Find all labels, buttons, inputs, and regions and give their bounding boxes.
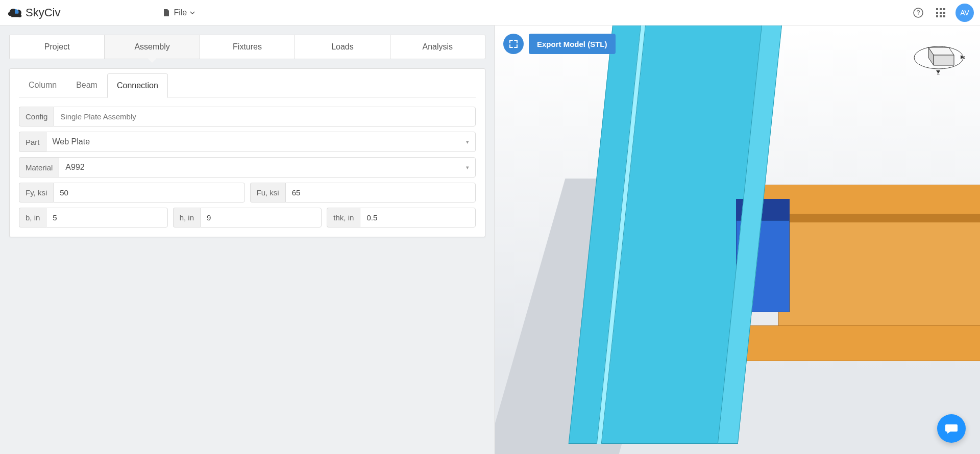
- left-pane: Project Assembly Fixtures Loads Analysis…: [0, 26, 495, 454]
- tab-fixtures[interactable]: Fixtures: [200, 35, 295, 59]
- file-menu[interactable]: File: [162, 8, 195, 17]
- material-select[interactable]: A992 ▾: [59, 157, 476, 178]
- tab-analysis[interactable]: Analysis: [390, 35, 485, 59]
- svg-rect-8: [936, 15, 938, 17]
- chat-button[interactable]: [937, 414, 966, 443]
- fullscreen-button[interactable]: [503, 34, 524, 54]
- main-tabs: Project Assembly Fixtures Loads Analysis: [9, 35, 485, 59]
- sub-tab-beam[interactable]: Beam: [66, 73, 107, 97]
- b-input[interactable]: [46, 208, 167, 228]
- beam-bottom-flange: [730, 325, 980, 361]
- export-stl-button[interactable]: Export Model (STL): [529, 34, 616, 54]
- thk-label: thk, in: [327, 208, 360, 228]
- caret-icon: ▾: [466, 164, 469, 171]
- material-label: Material: [19, 157, 59, 178]
- chevron-down-icon: [190, 10, 195, 15]
- beam-web: [778, 214, 980, 326]
- file-menu-label: File: [174, 8, 187, 17]
- sub-tab-column[interactable]: Column: [19, 73, 66, 97]
- fy-input[interactable]: [53, 183, 244, 203]
- cloud-icon: [6, 6, 23, 20]
- avatar-initials: AV: [960, 9, 969, 17]
- h-label: h, in: [173, 208, 200, 228]
- thk-input[interactable]: [360, 208, 476, 228]
- app-header: SkyCiv File ? AV: [0, 0, 980, 26]
- viewport-controls: Export Model (STL): [503, 34, 616, 54]
- help-icon: ?: [913, 7, 924, 18]
- h-input[interactable]: [200, 208, 322, 228]
- brand-text: SkyCiv: [26, 6, 60, 19]
- sub-tab-connection[interactable]: Connection: [107, 73, 168, 98]
- sub-tabs: Column Beam Connection: [10, 69, 485, 97]
- config-label: Config: [19, 107, 54, 127]
- part-label: Part: [19, 132, 46, 152]
- svg-rect-2: [936, 8, 938, 10]
- svg-rect-4: [943, 8, 945, 10]
- chat-icon: [944, 421, 959, 436]
- tab-assembly[interactable]: Assembly: [105, 35, 200, 59]
- brand-logo: SkyCiv: [6, 6, 60, 20]
- svg-rect-10: [943, 15, 945, 17]
- viewport-3d[interactable]: Export Model (STL) x z: [495, 26, 980, 454]
- cube-icon: x z: [911, 35, 967, 75]
- expand-icon: [509, 39, 518, 48]
- form-card: Column Beam Connection Config Part Web: [9, 68, 485, 237]
- svg-rect-3: [940, 8, 942, 10]
- header-right: ? AV: [911, 4, 974, 22]
- b-label: b, in: [19, 208, 46, 228]
- tab-project[interactable]: Project: [10, 35, 105, 59]
- part-select[interactable]: Web Plate ▾: [46, 132, 476, 152]
- file-icon: [162, 9, 170, 17]
- fu-input[interactable]: [285, 183, 476, 203]
- part-value: Web Plate: [53, 137, 90, 146]
- svg-rect-6: [940, 12, 942, 14]
- tab-loads[interactable]: Loads: [295, 35, 390, 59]
- avatar[interactable]: AV: [955, 4, 974, 22]
- fy-label: Fy, ksi: [19, 183, 53, 203]
- caret-icon: ▾: [466, 139, 469, 145]
- apps-button[interactable]: [933, 5, 948, 20]
- svg-rect-7: [943, 12, 945, 14]
- scene: [495, 26, 980, 454]
- help-button[interactable]: ?: [911, 5, 926, 20]
- svg-rect-5: [936, 12, 938, 14]
- svg-text:?: ?: [917, 9, 920, 16]
- view-cube[interactable]: x z: [911, 35, 967, 75]
- svg-rect-9: [940, 15, 942, 17]
- fu-label: Fu, ksi: [250, 183, 285, 203]
- export-label: Export Model (STL): [537, 40, 607, 48]
- config-field[interactable]: [54, 107, 476, 127]
- form-body: Config Part Web Plate ▾ Mater: [10, 97, 485, 237]
- grid-icon: [936, 8, 946, 18]
- material-value: A992: [65, 163, 84, 172]
